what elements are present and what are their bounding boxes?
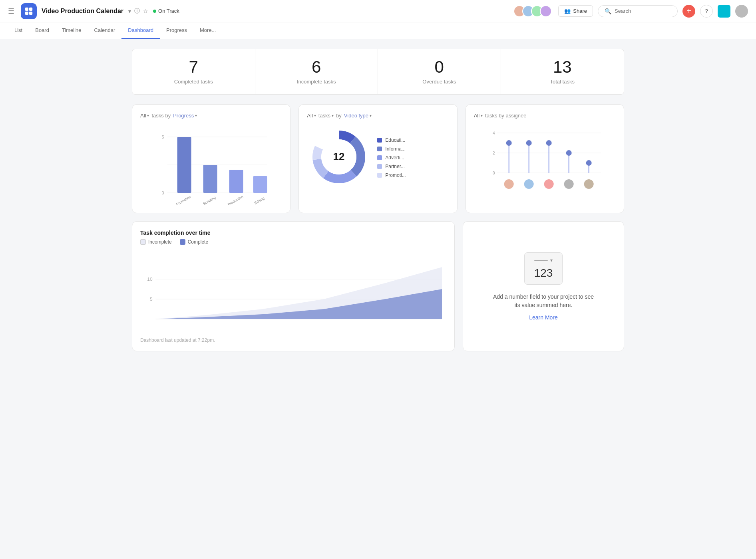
stat-completed: 7 Completed tasks bbox=[132, 49, 255, 94]
tab-timeline[interactable]: Timeline bbox=[56, 22, 88, 39]
complete-legend-box bbox=[180, 239, 185, 245]
legend-item-5: Promoti... bbox=[377, 172, 406, 178]
svg-text:4: 4 bbox=[493, 131, 495, 135]
plus-icon: + bbox=[686, 6, 691, 16]
legend-color-5 bbox=[377, 173, 382, 178]
svg-point-31 bbox=[506, 140, 511, 146]
nav-tabs: List Board Timeline Calendar Dashboard P… bbox=[0, 22, 756, 39]
user-avatar[interactable] bbox=[735, 5, 748, 18]
svg-text:Promotion: Promotion bbox=[175, 195, 192, 205]
donut-chart-card: All ▾ tasks ▾ by Video type ▾ bbox=[298, 104, 457, 213]
number-card: ▾ 123 Add a number field to your project… bbox=[463, 221, 624, 351]
tab-dashboard[interactable]: Dashboard bbox=[121, 22, 160, 39]
donut-tasks-caret: ▾ bbox=[332, 113, 334, 118]
stats-row: 7 Completed tasks 6 Incomplete tasks 0 O… bbox=[132, 49, 624, 95]
assignee-filter-dropdown[interactable]: All ▾ bbox=[474, 113, 483, 119]
widget-dropdown-icon: ▾ bbox=[550, 258, 553, 263]
legend-item-1: Educati... bbox=[377, 137, 406, 143]
legend-label-5: Promoti... bbox=[385, 172, 406, 178]
svg-point-40 bbox=[504, 179, 513, 189]
svg-point-35 bbox=[546, 140, 551, 146]
menu-icon[interactable]: ☰ bbox=[8, 7, 14, 16]
progress-filter-caret: ▾ bbox=[147, 113, 149, 118]
completed-number: 7 bbox=[140, 59, 247, 75]
legend-color-4 bbox=[377, 164, 382, 169]
line-chart-area: 10 5 bbox=[140, 251, 446, 331]
donut-by-label: by bbox=[336, 113, 342, 119]
svg-text:10: 10 bbox=[147, 277, 152, 281]
donut-tasks-label: tasks bbox=[318, 113, 330, 119]
assignee-filter-label: All bbox=[474, 113, 479, 119]
project-title: Video Production Calendar bbox=[42, 8, 123, 15]
svg-text:2: 2 bbox=[493, 151, 495, 155]
avatar-4 bbox=[540, 5, 552, 17]
legend-label-2: Informa... bbox=[385, 146, 406, 152]
svg-text:5: 5 bbox=[162, 135, 164, 139]
progress-by-label: Progress bbox=[173, 113, 194, 119]
svg-point-43 bbox=[564, 179, 573, 189]
donut-svg: 12 bbox=[307, 125, 371, 189]
svg-text:12: 12 bbox=[333, 151, 345, 163]
svg-text:Scripting: Scripting bbox=[203, 195, 217, 205]
search-box[interactable]: 🔍 bbox=[598, 5, 678, 17]
progress-chart-header: All ▾ tasks by Progress ▾ bbox=[140, 113, 282, 119]
legend-color-2 bbox=[377, 147, 382, 151]
svg-text:0: 0 bbox=[162, 190, 164, 195]
svg-text:0: 0 bbox=[493, 171, 495, 175]
svg-rect-3 bbox=[29, 11, 32, 14]
learn-more-link[interactable]: Learn More bbox=[529, 314, 558, 321]
progress-by-dropdown[interactable]: Progress ▾ bbox=[173, 113, 197, 119]
star-icon[interactable]: ☆ bbox=[143, 8, 148, 14]
number-widget: ▾ 123 bbox=[524, 252, 563, 285]
legend-label-3: Adverti... bbox=[385, 155, 404, 161]
legend-item-3: Adverti... bbox=[377, 155, 406, 161]
bottom-row: Task completion over time Incomplete Com… bbox=[132, 221, 624, 351]
legend-label-4: Partner... bbox=[385, 164, 405, 169]
tab-more[interactable]: More... bbox=[193, 22, 222, 39]
tab-calendar[interactable]: Calendar bbox=[88, 22, 122, 39]
legend-item-4: Partner... bbox=[377, 164, 406, 169]
header: ☰ Video Production Calendar ▾ ⓘ ☆ On Tra… bbox=[0, 0, 756, 22]
donut-filter-dropdown[interactable]: All ▾ bbox=[307, 113, 316, 119]
donut-chart: 12 bbox=[307, 125, 371, 190]
line-chart-card: Task completion over time Incomplete Com… bbox=[132, 221, 455, 351]
donut-type-dropdown[interactable]: Video type ▾ bbox=[344, 113, 372, 119]
complete-legend: Complete bbox=[180, 239, 208, 245]
add-button[interactable]: + bbox=[682, 5, 695, 18]
incomplete-label: Incomplete bbox=[148, 239, 172, 245]
svg-rect-11 bbox=[229, 170, 243, 193]
app-logo bbox=[21, 3, 37, 19]
total-number: 13 bbox=[509, 59, 616, 75]
info-icon[interactable]: ⓘ bbox=[134, 8, 140, 15]
donut-tasks-dropdown[interactable]: tasks ▾ bbox=[318, 113, 334, 119]
stat-overdue: 0 Overdue tasks bbox=[378, 49, 501, 94]
on-track-label: On Track bbox=[158, 8, 179, 14]
team-avatars[interactable] bbox=[513, 5, 552, 17]
header-icon-group: ▾ ⓘ ☆ bbox=[128, 8, 148, 15]
donut-type-label: Video type bbox=[344, 113, 368, 119]
tab-progress[interactable]: Progress bbox=[160, 22, 193, 39]
progress-bar-chart: 5 0 Promotion Scripting Production Editi bbox=[140, 125, 282, 205]
tab-board[interactable]: Board bbox=[29, 22, 56, 39]
svg-rect-9 bbox=[177, 137, 191, 193]
svg-point-42 bbox=[544, 179, 553, 189]
completed-label: Completed tasks bbox=[140, 79, 247, 85]
progress-filter-dropdown[interactable]: All ▾ bbox=[140, 113, 149, 119]
complete-label: Complete bbox=[188, 239, 208, 245]
donut-legend: Educati... Informa... Adverti... Partner… bbox=[377, 137, 406, 178]
progress-chart-card: All ▾ tasks by Progress ▾ 5 0 bbox=[132, 104, 290, 213]
overdue-label: Overdue tasks bbox=[386, 79, 493, 85]
svg-text:Editing: Editing bbox=[254, 196, 265, 205]
share-button[interactable]: 👥 Share bbox=[558, 5, 593, 17]
donut-area: 12 Educati... Informa... Adverti... bbox=[307, 125, 449, 190]
legend-color-3 bbox=[377, 155, 382, 160]
donut-type-caret: ▾ bbox=[370, 113, 372, 118]
stat-total: 13 Total tasks bbox=[501, 49, 624, 94]
charts-row: All ▾ tasks by Progress ▾ 5 0 bbox=[132, 104, 624, 213]
search-input[interactable] bbox=[615, 8, 671, 14]
main-content: 7 Completed tasks 6 Incomplete tasks 0 O… bbox=[122, 39, 634, 361]
lollipop-svg: 4 2 0 bbox=[474, 125, 616, 205]
tab-list[interactable]: List bbox=[8, 22, 29, 39]
help-button[interactable]: ? bbox=[700, 5, 713, 18]
caret-icon[interactable]: ▾ bbox=[128, 8, 131, 14]
